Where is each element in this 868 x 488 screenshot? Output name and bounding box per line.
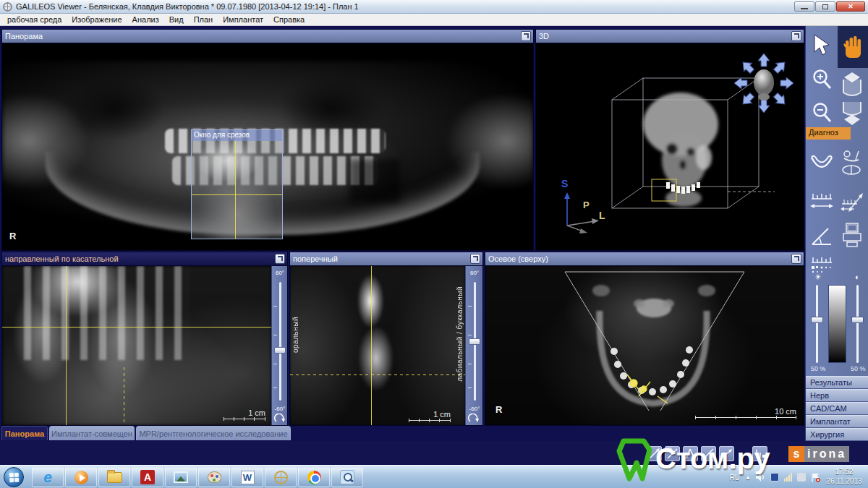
tangential-marker-dashed [124, 367, 124, 425]
print-tool[interactable] [838, 218, 867, 252]
tangential-scale-label: 1 cm [248, 408, 265, 417]
transversal-slider-handle[interactable] [469, 338, 480, 345]
panel-button-surgery[interactable]: Хирургия [806, 428, 868, 441]
adobe-icon: A [140, 470, 155, 484]
transversal-rotate-icon[interactable] [468, 414, 480, 424]
printer-icon [841, 222, 863, 248]
slice-down-tool[interactable] [838, 98, 867, 127]
transversal-label-labial: лабиальный / буккальный [456, 286, 464, 382]
slice-crosshair-horizontal[interactable] [192, 194, 282, 195]
angle-measure-tool[interactable] [807, 220, 836, 252]
taskbar-photo-viewer[interactable] [165, 467, 197, 487]
taskbar-paint[interactable] [198, 467, 230, 487]
tangential-canvas[interactable]: 1 cm [2, 266, 271, 425]
tangential-slider-handle[interactable] [274, 347, 286, 354]
action-center-flag-icon[interactable] [811, 473, 820, 482]
panorama-header[interactable]: Панорама [2, 30, 533, 43]
slice-up-tool[interactable] [838, 68, 867, 103]
taskbar-chrome[interactable] [298, 467, 330, 487]
menu-help[interactable]: Справка [273, 15, 305, 24]
minimize-button[interactable] [794, 1, 814, 12]
taskbar-adobe-reader[interactable]: A [132, 467, 163, 487]
contrast-icon: ◐ [855, 273, 860, 281]
axial-title: Осевое (сверху) [488, 254, 548, 263]
threed-header[interactable]: 3D [536, 30, 804, 43]
cursor-icon [812, 33, 832, 56]
head-orientation-widget[interactable] [733, 52, 795, 114]
arch-tool[interactable] [807, 147, 836, 179]
start-button[interactable] [4, 467, 24, 487]
zoom-in-tool[interactable] [807, 64, 836, 95]
transversal-angle-slider[interactable]: 60° -60° [465, 266, 482, 425]
tangential-crosshair-horizontal[interactable] [2, 327, 271, 328]
tangential-crosshair-vertical[interactable] [66, 266, 67, 425]
path-measure-tool[interactable] [838, 187, 867, 215]
tray-settings-icon[interactable] [797, 473, 806, 481]
tray-app-icon[interactable] [770, 473, 779, 481]
tangential-angle-slider[interactable]: 60° -60° [271, 266, 287, 425]
slice-window-image[interactable] [192, 141, 282, 239]
patient-tool[interactable] [838, 145, 867, 181]
tangential-slider-track[interactable] [279, 282, 281, 401]
tab-implant-aligned[interactable]: Имплантат-совмещен [49, 426, 135, 440]
panel-button-results[interactable]: Результаты [806, 376, 868, 389]
clock-date: 26.11.2013 [822, 476, 867, 486]
panel-button-implant[interactable]: Имплантат [806, 415, 868, 428]
close-button[interactable]: ✕ [836, 1, 865, 12]
menu-implant[interactable]: Имплантат [223, 15, 263, 24]
panorama-viewport: Панорама Окно для срезов R [1, 29, 534, 251]
menu-image[interactable]: Изображение [72, 15, 122, 24]
transversal-maximize-icon[interactable] [470, 254, 480, 264]
tangential-rotate-icon[interactable] [274, 414, 286, 424]
panorama-title: Панорама [5, 32, 43, 40]
maximize-button[interactable] [815, 1, 835, 12]
tangential-viewport: направленный по касательной 1 cm 60° -60… [1, 252, 288, 426]
tangential-header[interactable]: направленный по касательной [2, 252, 287, 266]
threed-maximize-icon[interactable] [791, 31, 801, 41]
panel-button-cadcam[interactable]: CAD/CAM [806, 402, 868, 415]
taskbar-internet-explorer[interactable]: e [32, 467, 64, 487]
panel-button-nerve[interactable]: Нерв [806, 389, 868, 402]
panorama-canvas[interactable]: Окно для срезов R [2, 43, 533, 250]
axial-header[interactable]: Осевое (сверху) [485, 252, 804, 266]
zoom-out-tool[interactable] [807, 98, 836, 127]
brightness-slider-handle[interactable] [811, 317, 823, 323]
transversal-canvas[interactable]: оральный лабиальный / буккальный 1 cm [290, 266, 465, 425]
slice-window-title[interactable]: Окно для срезов [192, 130, 282, 141]
transversal-label-oral: оральный [292, 317, 299, 353]
diagnosis-mode-label[interactable]: Диагноз [806, 127, 851, 140]
brightness-slider-track[interactable] [816, 285, 818, 363]
contrast-slider-track[interactable] [856, 285, 859, 363]
taskbar-file-explorer[interactable] [98, 467, 130, 487]
threed-canvas[interactable]: S P L [536, 43, 804, 250]
axial-maximize-icon[interactable] [791, 254, 801, 264]
cursor-tool[interactable] [807, 29, 836, 61]
menu-analysis[interactable]: Анализ [132, 15, 159, 24]
pan-tool-active-tile[interactable] [838, 26, 868, 68]
axial-canvas[interactable]: R 10 cm [485, 266, 804, 425]
tab-mpr[interactable]: MPR/рентгенологическое исследование [136, 426, 291, 440]
distance-measure-tool[interactable] [807, 187, 836, 215]
panorama-maximize-icon[interactable] [521, 31, 531, 41]
contrast-slider-handle[interactable] [851, 317, 864, 323]
taskbar-clock[interactable]: 17:52 26.11.2013 [822, 467, 867, 486]
slice-window-overlay[interactable]: Окно для срезов [191, 129, 283, 239]
calibration-tool[interactable] [807, 253, 836, 276]
taskbar-word[interactable]: W [231, 467, 263, 487]
transversal-crosshair-horizontal[interactable] [290, 374, 465, 375]
zoom-in-icon [811, 68, 833, 91]
transversal-crosshair-vertical[interactable] [371, 266, 372, 425]
network-icon[interactable] [784, 473, 792, 481]
menu-plan[interactable]: План [194, 15, 213, 24]
slice-crosshair-vertical[interactable] [235, 141, 236, 239]
tab-panorama[interactable]: Панорама [1, 426, 48, 440]
transversal-header[interactable]: поперечный [290, 252, 482, 266]
media-player-icon [75, 471, 88, 484]
taskbar-media-player[interactable] [65, 467, 97, 487]
taskbar-galileos[interactable] [265, 467, 297, 487]
tangential-maximize-icon[interactable] [275, 254, 285, 264]
taskbar-search-tool[interactable] [331, 467, 363, 487]
menu-view[interactable]: Вид [169, 15, 184, 24]
transversal-title: поперечный [293, 254, 338, 263]
menu-workspace[interactable]: рабочая среда [7, 15, 61, 24]
